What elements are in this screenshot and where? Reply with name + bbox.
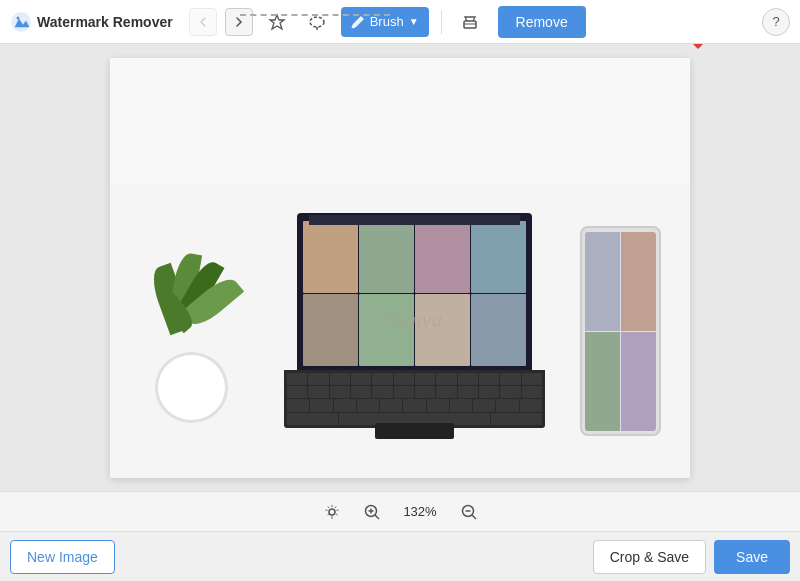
zoom-out-button[interactable] (455, 498, 483, 526)
brush-chevron-icon: ▼ (409, 16, 419, 27)
pan-tool-button[interactable] (318, 498, 346, 526)
zoom-in-icon (363, 503, 381, 521)
svg-point-2 (310, 17, 324, 27)
key-row-3 (287, 399, 542, 411)
lasso-tool-button[interactable] (301, 6, 333, 38)
svg-line-14 (472, 515, 476, 519)
canvas-area[interactable]: Canva (0, 44, 800, 491)
new-image-button[interactable]: New Image (10, 540, 115, 574)
zoom-in-button[interactable] (358, 498, 386, 526)
image-white-background (110, 58, 690, 205)
crop-save-button[interactable]: Crop & Save (593, 540, 706, 574)
screen-photo-2 (359, 221, 414, 293)
brush-icon (351, 15, 365, 29)
plant-decoration (139, 247, 243, 423)
laptop-keyboard (284, 370, 545, 428)
header: Watermark Remover Brush ▼ (0, 0, 800, 44)
eraser-tool-button[interactable] (454, 6, 486, 38)
app-title: Watermark Remover (37, 14, 173, 30)
selection-hint (240, 14, 390, 16)
key-row-2 (287, 386, 542, 398)
down-arrow-icon (676, 44, 720, 49)
phone-photo-4 (621, 332, 656, 431)
key-row-1 (287, 373, 542, 385)
save-button[interactable]: Save (714, 540, 790, 574)
phone-photo-3 (585, 332, 620, 431)
pin-tool-button[interactable] (261, 6, 293, 38)
plant-pot (155, 352, 228, 423)
watermark-text-area: Canva (342, 289, 487, 352)
phone-screen (585, 232, 656, 431)
app-logo-icon (10, 11, 32, 33)
toolbar-divider (441, 10, 442, 34)
logo-area: Watermark Remover (10, 11, 173, 33)
help-button[interactable]: ? (762, 8, 790, 36)
hand-pan-icon (323, 503, 341, 521)
download-arrow-indicator (676, 44, 720, 55)
svg-point-7 (329, 509, 335, 515)
screen-photo-3 (415, 221, 470, 293)
back-button[interactable] (189, 8, 217, 36)
forward-icon (233, 16, 245, 28)
phone-photo-2 (621, 232, 656, 331)
forward-button[interactable] (225, 8, 253, 36)
brush-tool-button[interactable]: Brush ▼ (341, 7, 429, 37)
screen-photo-4 (471, 221, 526, 293)
brush-label: Brush (370, 14, 404, 29)
back-icon (197, 16, 209, 28)
image-content: Canva (110, 58, 690, 478)
screen-photo-1 (303, 221, 358, 293)
remove-button[interactable]: Remove (498, 6, 586, 38)
phone-image (580, 226, 661, 436)
svg-point-1 (17, 16, 20, 19)
svg-line-11 (375, 515, 379, 519)
eraser-icon (461, 13, 479, 31)
laptop-trackpad (375, 423, 453, 439)
zoom-out-icon (460, 503, 478, 521)
screen-header (309, 215, 520, 225)
svg-marker-6 (676, 44, 720, 49)
footer: New Image Crop & Save Save (0, 531, 800, 581)
image-container: Canva (110, 58, 690, 478)
zoom-level: 132% (398, 504, 443, 519)
zoom-bar: 132% (0, 491, 800, 531)
phone-photo-1 (585, 232, 620, 331)
